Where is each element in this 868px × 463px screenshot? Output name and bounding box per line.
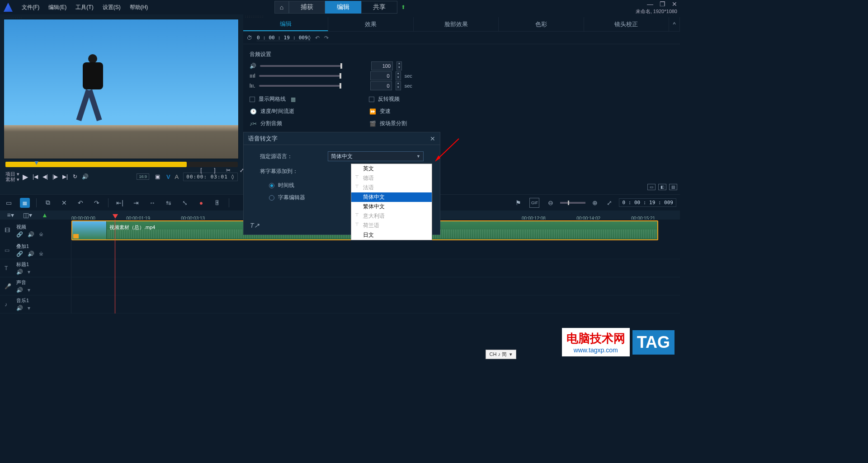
close-button[interactable]: ✕ [672, 1, 677, 7]
mute-icon[interactable]: 🔊 [16, 305, 23, 311]
prop-tab-effects[interactable]: 效果 [328, 17, 413, 31]
mute-icon[interactable]: 🔊 [28, 231, 34, 238]
goto-end-button[interactable]: ▶| [61, 173, 69, 181]
material-dropdown[interactable]: 素材 ▾ [5, 177, 19, 182]
tab-edit[interactable]: 编辑 [325, 1, 361, 14]
prev-frame-button[interactable]: ◀| [41, 173, 49, 181]
volume-icon[interactable]: 🔊 [81, 173, 89, 181]
mixer-button[interactable]: 🎚 [212, 198, 222, 208]
progress-marker-icon[interactable]: ▼ [33, 159, 40, 166]
undo-icon[interactable]: ↶ [315, 35, 320, 41]
fadeout-input[interactable] [370, 81, 392, 90]
layout-3[interactable]: ▤ [669, 184, 677, 190]
zoom-in-button[interactable]: ⊕ [590, 198, 600, 208]
fadeout-slider[interactable] [259, 85, 340, 87]
a-indicator[interactable]: A [175, 173, 179, 180]
reverse-video-checkbox[interactable]: 反转视频 [369, 95, 407, 103]
restore-button[interactable]: ❐ [660, 1, 665, 7]
redo-icon[interactable]: ↷ [324, 35, 329, 41]
ripple-delete-button[interactable]: ⇤| [115, 198, 125, 208]
playhead[interactable] [115, 220, 115, 313]
minimize-button[interactable]: — [647, 1, 653, 7]
fadeout-spinner[interactable]: ▲▼ [396, 81, 401, 90]
volume-input[interactable] [371, 61, 393, 70]
menu-settings[interactable]: 设置(S) [98, 2, 125, 13]
layout-2[interactable]: ◧ [658, 184, 666, 190]
volume-spinner[interactable]: ▲▼ [396, 61, 402, 70]
aspect-ratio[interactable]: 16:9 [137, 173, 149, 180]
undo-button[interactable]: ↶ [75, 198, 85, 208]
mark-out-button[interactable]: ] [211, 166, 219, 174]
record-button[interactable]: ● [196, 198, 206, 208]
lock-icon[interactable]: ※ [39, 251, 43, 257]
mark-in-button[interactable]: [ [197, 166, 205, 174]
dropdown-item[interactable]: 英文 [351, 164, 432, 173]
text-tool-icon[interactable]: T↗ [250, 222, 259, 229]
menu-edit[interactable]: 编辑(E) [44, 2, 71, 13]
language-dropdown[interactable]: ↖ 英文德语法语简体中文繁体中文意大利语荷兰语日文 [351, 164, 432, 240]
timeline-timecode[interactable]: 0 : 00 : 19 : 009 [619, 198, 676, 207]
goto-start-button[interactable]: |◀ [31, 173, 39, 181]
marker-icon[interactable]: ⚑ [513, 198, 523, 208]
prop-tab-lens[interactable]: 镜头校正 [584, 17, 669, 31]
ripple-icon[interactable]: ⇥ [131, 198, 141, 208]
clip-duration[interactable]: 0 : 00 : 19 : 009◊ [257, 35, 311, 41]
link-icon[interactable]: 🔗 [16, 231, 23, 238]
redo-button[interactable]: ↷ [92, 198, 102, 208]
track-options-icon[interactable]: ≡▾ [5, 210, 15, 220]
menu-help[interactable]: 帮助(H) [125, 2, 153, 13]
fadein-slider[interactable] [259, 75, 340, 77]
preview-viewport[interactable] [4, 19, 239, 159]
expand-icon[interactable]: ▾ [28, 269, 30, 275]
next-frame-button[interactable]: |▶ [51, 173, 59, 181]
v-indicator[interactable]: V [166, 173, 170, 180]
tab-share[interactable]: 共享 [361, 1, 397, 14]
tab-home[interactable]: ⌂ [274, 1, 289, 14]
split-button[interactable]: ✂ [224, 166, 232, 174]
speed-time-button[interactable]: 🕑速度/时间流逝 [250, 108, 297, 115]
prop-tab-face[interactable]: 脸部效果 [414, 17, 499, 31]
prop-expand-button[interactable]: ^ [669, 17, 680, 31]
fadein-input[interactable] [370, 71, 392, 80]
safezone-icon[interactable]: ▣ [154, 173, 162, 181]
show-grid-checkbox[interactable]: 显示网格线▦ [250, 95, 297, 103]
link-icon[interactable]: 🔗 [16, 251, 23, 257]
fit-button[interactable]: ⤢ [604, 198, 614, 208]
prop-tab-color[interactable]: 色彩 [499, 17, 584, 31]
loop-button[interactable]: ↻ [71, 173, 79, 181]
scene-split-button[interactable]: 🎬按场景分割 [369, 120, 407, 127]
dropdown-item[interactable]: 简体中文 [351, 192, 432, 202]
volume-slider[interactable] [260, 65, 341, 67]
copy-button[interactable]: ⧉ [43, 198, 53, 208]
prop-tab-edit[interactable]: 编辑 [243, 17, 328, 31]
menu-file[interactable]: 文件(F) [17, 2, 44, 13]
slip-icon[interactable]: ↔ [147, 198, 157, 208]
dropdown-item[interactable]: 繁体中文 [351, 202, 432, 211]
zoom-slider[interactable] [560, 202, 585, 204]
expand-icon[interactable]: ▾ [28, 287, 30, 293]
source-language-select[interactable]: 简体中文▼ [328, 151, 424, 161]
fadein-spinner[interactable]: ▲▼ [396, 71, 401, 80]
dialog-close-button[interactable]: ✕ [430, 135, 435, 142]
upload-icon[interactable]: ⬆ [401, 4, 406, 10]
slide-icon[interactable]: ⇆ [164, 198, 174, 208]
lock-icon[interactable]: ※ [39, 231, 43, 238]
menu-tools[interactable]: 工具(T) [71, 2, 98, 13]
dropdown-item[interactable]: 日文 [351, 230, 432, 240]
split-audio-button[interactable]: ♪✂分割音频 [250, 120, 297, 127]
mute-icon[interactable]: 🔊 [16, 287, 23, 293]
expand-icon[interactable]: ▾ [28, 305, 30, 311]
play-button[interactable]: ▶ [21, 173, 29, 181]
mute-icon[interactable]: 🔊 [16, 269, 23, 275]
scroll-up-icon[interactable]: ▲ [40, 210, 50, 220]
variable-speed-button[interactable]: ⏩变速 [369, 108, 407, 115]
gif-icon[interactable]: GIF [529, 198, 539, 208]
timeline-view-button[interactable]: ≣ [20, 198, 30, 208]
layout-1[interactable]: ▭ [647, 184, 656, 190]
storyboard-view-button[interactable]: ▭ [4, 198, 14, 208]
mute-icon[interactable]: 🔊 [28, 251, 34, 257]
zoom-out-button[interactable]: ⊖ [546, 198, 556, 208]
ime-indicator[interactable]: CH ♪ 简▾ [486, 350, 517, 359]
track-height-icon[interactable]: ◫▾ [23, 210, 33, 220]
rate-stretch-icon[interactable]: ⤡ [180, 198, 190, 208]
